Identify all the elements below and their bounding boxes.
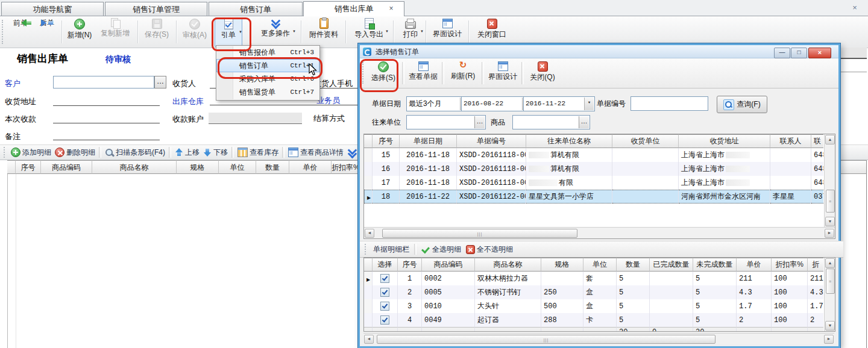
checkbox-checked[interactable] [380,274,389,283]
col-code[interactable]: 商品编码 [41,160,92,174]
scroll-right-icon[interactable]: ► [824,335,834,344]
master-hscrollbar[interactable]: ◄ ||| ► [364,227,835,238]
master-vscrollbar[interactable]: ▲ ≡ ▼ [824,134,835,227]
col-price[interactable]: 单价 [737,258,772,272]
add-new-button[interactable]: 新增(N) [64,17,95,47]
menu-item-purchase-inbound[interactable]: 采购入库单Ctrl+6 [216,72,319,85]
date-from-select[interactable]: 2016-08-22▼ [461,96,533,111]
dialog-titlebar[interactable]: 选择销售订单 — □ × [360,45,838,58]
col-phone[interactable]: 联 [811,134,823,148]
account-input[interactable] [209,113,302,124]
select-none-details-button[interactable]: 全不选明细 [466,244,513,255]
col-check[interactable]: 选择 [373,258,398,272]
move-down-button[interactable]: 下移 [203,148,228,158]
tab-sales-order[interactable]: 销售订单 [209,2,303,16]
chevron-down-icon[interactable]: ▼ [292,30,296,33]
col-undone-qty[interactable]: 未完成数量 [693,258,737,272]
more-actions-button[interactable]: 更多操作▼ [256,17,295,47]
move-up-button[interactable]: 上移 [175,148,200,158]
col-cut[interactable]: 折 [808,258,823,272]
refresh-button[interactable]: ↻刷新(R) [445,58,480,88]
audit-button[interactable]: 审核(A) [178,17,211,47]
scroll-left-icon[interactable]: ◄ [364,335,374,344]
chevron-down-icon[interactable]: ▼ [420,30,424,33]
scroll-up-icon[interactable]: ▲ [825,135,835,144]
tab-nav-window[interactable]: 功能导航窗 [1,2,104,16]
menu-item-sales-return[interactable]: 销售退货单Ctrl+7 [216,85,319,99]
select-button[interactable]: 选择(S) [366,58,401,88]
scroll-thumb[interactable]: ||| [382,229,577,238]
minimize-button[interactable]: — [774,48,790,58]
checkbox-checked[interactable] [380,288,389,297]
ellipsis-icon[interactable]: … [474,116,485,128]
customer-lookup-button[interactable]: … [154,76,166,89]
payment-input[interactable] [53,113,160,123]
col-price[interactable]: 单价 [289,160,332,174]
col-discount[interactable]: 折扣率% [772,258,808,272]
col-receiver[interactable]: 收货单位 [612,134,679,148]
col-spec[interactable]: 规格 [541,258,583,272]
product-input[interactable]: … [512,115,590,129]
chevron-down-icon[interactable]: ▼ [239,30,242,34]
col-discount[interactable]: 折扣率% [332,160,359,174]
doc-no-input[interactable] [631,96,708,111]
col-name[interactable]: 商品名称 [92,160,177,174]
col-name[interactable]: 商品名称 [475,258,541,272]
col-qty[interactable]: 数量 [617,258,650,272]
import-export-button[interactable]: 导入导出▼ [350,17,388,47]
scroll-left-icon[interactable]: ◄ [365,229,374,238]
master-row[interactable]: 15 2016-11-18 XSDD-20161118-0025 算机有限 上海… [364,148,823,162]
scroll-up-icon[interactable]: ▲ [825,258,835,268]
scan-barcode-button[interactable]: 扫描条形码(F4) [105,148,165,158]
col-doc-no[interactable]: 单据编号 [457,134,526,148]
col-seq[interactable]: 序号 [398,258,422,272]
col-address[interactable]: 收货地址 [679,134,770,148]
scroll-down-icon[interactable]: ▼ [825,321,835,331]
checkbox-checked[interactable] [380,315,389,325]
address-input[interactable] [53,95,160,106]
print-button[interactable]: 打印▼ [398,17,423,47]
dialog-close-button[interactable]: × [808,48,831,58]
checkbox-checked[interactable] [380,302,389,311]
save-button[interactable]: 保存(S) [140,17,173,47]
col-seq[interactable]: 序号 [16,160,41,174]
col-done-qty[interactable]: 已完成数量 [650,258,693,272]
partner-input[interactable]: … [406,115,486,129]
view-product-detail-button[interactable]: 查看商品详情 [288,148,344,158]
col-seq[interactable]: 序号 [373,134,400,148]
dialog-close-toolbar-button[interactable]: 关闭(Q) [525,58,560,88]
scroll-thumb[interactable]: ||| [377,335,715,344]
tabstrip-close-icon[interactable]: × [850,3,860,13]
col-code[interactable]: 商品编码 [422,258,475,272]
col-contact[interactable]: 联系人 [770,134,811,148]
copy-add-button[interactable]: 复制新增 [96,17,134,47]
detail-row[interactable]: 3 0010 大头针 500 盒 5 5 1.7 100 1.7 [364,299,823,313]
scroll-down-icon[interactable]: ▼ [825,217,835,226]
pull-order-button[interactable]: 引单▼ [215,17,242,47]
ellipsis-icon[interactable]: … [579,116,589,128]
col-qty[interactable]: 数量 [256,160,289,174]
dialog-ui-design-button[interactable]: 界面设计 [485,58,520,88]
query-button[interactable]: 查询(F) [717,96,767,113]
detail-row[interactable]: 4 0049 起订器 288 卡 5 5 2 100 2 [364,313,823,327]
restore-button[interactable]: □ [791,48,807,58]
remark-input[interactable] [53,129,160,140]
scroll-thumb[interactable]: ≡ [826,269,835,294]
customer-input[interactable] [53,76,154,89]
ui-design-button[interactable]: 界面设计 [429,17,465,47]
next-doc-button[interactable]: 后单 [35,17,59,47]
chevron-down-icon[interactable]: ▼ [584,98,594,110]
view-doc-button[interactable]: 查看单据 [406,58,441,88]
chevron-down-icon[interactable]: ▼ [385,30,389,33]
add-detail-button[interactable]: 添加明细 [11,148,51,158]
master-row-selected[interactable]: ▶ 18 2016-11-22 XSDD-20161122-0028 星星文具第… [364,190,823,204]
view-stock-button[interactable]: 查看库存 [237,148,278,158]
col-date[interactable]: 单据日期 [400,134,457,148]
tab-sales-order-mgmt[interactable]: 销售订单管理 [105,2,207,16]
close-window-button[interactable]: 关闭窗口 [473,17,511,47]
tab-close-icon[interactable]: × [387,4,395,13]
attachments-button[interactable]: 附件资料 [306,17,342,47]
detail-vscrollbar[interactable]: ▲ ≡ ▼ [824,258,835,331]
detail-row[interactable]: 2 0005 不锈钢订书钉 250 盒 5 5 4.3 100 4.3 [364,285,823,299]
select-all-details-button[interactable]: 全选明细 [421,244,461,255]
